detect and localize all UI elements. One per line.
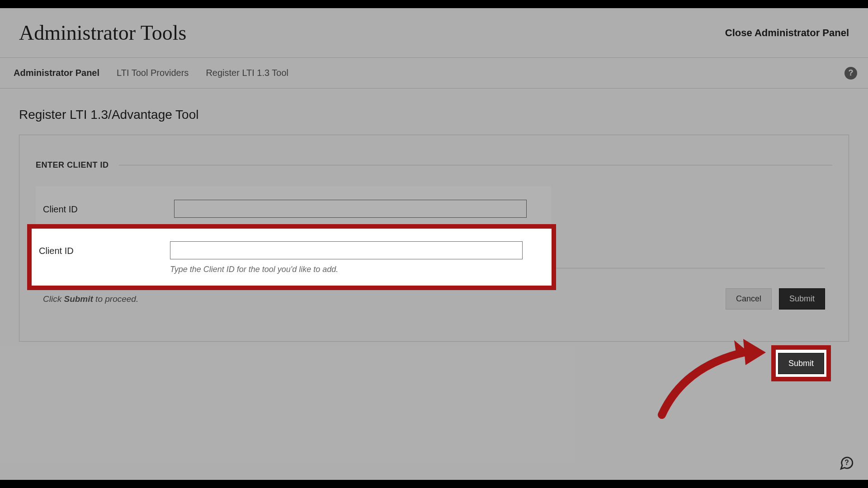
hint-bold: Submit [64,294,93,304]
svg-marker-1 [734,340,766,356]
section-label: ENTER CLIENT ID [36,160,109,170]
submit-button[interactable]: Submit [779,288,825,310]
subpage-title: Register LTI 1.3/Advantage Tool [0,89,868,135]
footer-actions: Cancel Submit [726,288,825,310]
form-footer: Click Submit to proceed. Cancel Submit [36,288,832,310]
section-rule [119,165,832,165]
breadcrumb: Administrator Panel LTI Tool Providers R… [0,58,868,89]
anno-submit-button[interactable]: Submit [778,353,824,374]
page-title-main: Administrator Tools [19,21,186,45]
client-id-field-row: Client ID Type the Client ID for the too… [36,186,551,246]
hint-suffix: to proceed. [93,294,138,304]
page-header: Administrator Tools Close Administrator … [0,8,868,58]
client-id-label: Client ID [43,200,174,215]
section-header: ENTER CLIENT ID [36,160,832,170]
breadcrumb-register-tool[interactable]: Register LTI 1.3 Tool [206,68,288,78]
submit-hint: Click Submit to proceed. [43,294,138,304]
cancel-button[interactable]: Cancel [726,288,772,310]
app-stage: Administrator Tools Close Administrator … [0,8,868,480]
form-divider [43,268,825,268]
close-admin-panel-link[interactable]: Close Administrator Panel [725,27,849,39]
breadcrumb-admin-panel[interactable]: Administrator Panel [14,68,99,78]
hint-prefix: Click [43,294,64,304]
svg-marker-2 [743,339,766,365]
help-icon[interactable]: ? [844,67,857,80]
client-id-help: Type the Client ID for the tool you'd li… [174,223,544,233]
breadcrumb-lti-providers[interactable]: LTI Tool Providers [117,68,189,78]
question-mark-icon: ? [849,68,854,78]
chat-help-icon[interactable]: ? [839,455,854,471]
annotation-arrow-icon [657,338,775,419]
annotation-submit-highlight: Submit [771,345,831,381]
svg-text:?: ? [844,459,849,466]
form-card: ENTER CLIENT ID Client ID Type the Clien… [19,135,849,342]
client-id-input[interactable] [174,200,527,218]
